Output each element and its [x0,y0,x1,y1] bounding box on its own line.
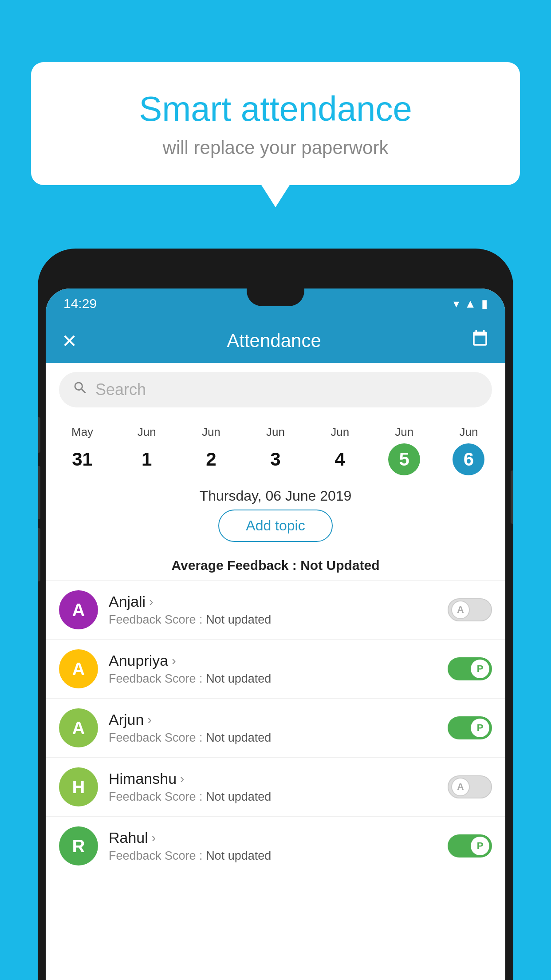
chevron-right-icon: › [172,654,176,668]
power-button [511,470,513,524]
toggle-switch[interactable]: P [448,716,492,739]
wifi-icon: ▾ [453,297,459,311]
cal-month-label: Jun [114,425,179,439]
cal-date-number: 1 [131,443,163,475]
student-info: Rahul ›Feedback Score : Not updated [109,829,448,863]
speech-bubble-subtitle: will replace your paperwork [62,137,489,158]
cal-date-number: 31 [67,443,98,475]
calendar-day-1[interactable]: Jun1 [114,425,179,475]
speech-bubble: Smart attendance will replace your paper… [31,62,520,185]
cal-month-label: Jun [179,425,243,439]
attendance-toggle[interactable]: P [448,657,492,680]
feedback-score: Feedback Score : Not updated [109,672,448,686]
feedback-score: Feedback Score : Not updated [109,849,448,863]
student-item-anupriya[interactable]: AAnupriya ›Feedback Score : Not updatedP [46,639,505,698]
silent-button [38,528,40,581]
toggle-switch[interactable]: A [448,598,492,621]
search-icon [72,380,88,400]
search-placeholder: Search [95,380,146,399]
app-bar: ✕ Attendance [46,319,505,363]
app-bar-title: Attendance [77,330,471,352]
attendance-toggle[interactable]: P [448,834,492,858]
speech-bubble-title: Smart attendance [62,89,489,129]
feedback-score: Feedback Score : Not updated [109,731,448,745]
student-name: Anjali › [109,593,448,610]
toggle-switch[interactable]: P [448,834,492,858]
toggle-switch[interactable]: P [448,657,492,680]
student-avatar: A [59,708,98,747]
student-name: Rahul › [109,829,448,846]
search-container: Search [46,363,505,416]
student-name: Arjun › [109,711,448,728]
student-info: Himanshu ›Feedback Score : Not updated [109,770,448,804]
cal-date-number: 5 [388,443,420,475]
calendar-day-31[interactable]: May31 [50,425,114,475]
cal-date-number: 3 [260,443,291,475]
feedback-score: Feedback Score : Not updated [109,613,448,627]
cal-month-label: Jun [308,425,372,439]
phone-notch [247,288,304,306]
toggle-switch[interactable]: A [448,775,492,798]
cal-date-number: 2 [195,443,227,475]
chevron-right-icon: › [152,831,156,845]
student-info: Anjali ›Feedback Score : Not updated [109,593,448,627]
attendance-toggle[interactable]: A [448,598,492,621]
selected-date-label: Thursday, 06 June 2019 [46,480,505,510]
cal-date-number: 4 [324,443,356,475]
cal-month-label: Jun [243,425,307,439]
calendar-day-2[interactable]: Jun2 [179,425,243,475]
calendar-day-6[interactable]: Jun6 [437,425,501,475]
cal-month-label: Jun [437,425,501,439]
student-list: AAnjali ›Feedback Score : Not updatedAAA… [46,580,505,875]
cal-month-label: Jun [372,425,437,439]
calendar-strip: May31Jun1Jun2Jun3Jun4Jun5Jun6 [46,416,505,480]
student-item-himanshu[interactable]: HHimanshu ›Feedback Score : Not updatedA [46,757,505,816]
toggle-knob: A [451,778,470,796]
toggle-knob: P [471,719,489,737]
average-feedback: Average Feedback : Not Updated [46,558,505,580]
student-name: Anupriya › [109,652,448,669]
volume-down-button [38,466,40,519]
feedback-score: Feedback Score : Not updated [109,790,448,804]
toggle-knob: P [471,660,489,678]
attendance-toggle[interactable]: A [448,775,492,798]
avg-feedback-label: Average Feedback : [171,558,296,573]
chevron-right-icon: › [180,772,184,786]
toggle-knob: P [471,837,489,855]
student-item-rahul[interactable]: RRahul ›Feedback Score : Not updatedP [46,816,505,875]
student-avatar: A [59,590,98,629]
student-info: Anupriya ›Feedback Score : Not updated [109,652,448,686]
chevron-right-icon: › [149,595,153,609]
toggle-knob: A [451,601,470,619]
speech-bubble-container: Smart attendance will replace your paper… [31,62,520,185]
calendar-icon[interactable] [471,329,489,352]
add-topic-button[interactable]: Add topic [218,510,332,542]
phone-frame: 14:29 ▾ ▲ ▮ ✕ Attendance [38,249,513,980]
chevron-right-icon: › [147,713,151,727]
student-item-anjali[interactable]: AAnjali ›Feedback Score : Not updatedA [46,580,505,639]
cal-month-label: May [50,425,114,439]
student-info: Arjun ›Feedback Score : Not updated [109,711,448,745]
student-item-arjun[interactable]: AArjun ›Feedback Score : Not updatedP [46,698,505,757]
student-avatar: H [59,767,98,806]
status-icons: ▾ ▲ ▮ [453,297,488,311]
battery-icon: ▮ [481,297,488,311]
calendar-day-3[interactable]: Jun3 [243,425,307,475]
close-icon[interactable]: ✕ [62,330,77,352]
student-avatar: R [59,826,98,865]
volume-up-button [38,417,40,453]
student-name: Himanshu › [109,770,448,787]
signal-icon: ▲ [464,297,476,311]
phone-screen: 14:29 ▾ ▲ ▮ ✕ Attendance [46,288,505,980]
student-avatar: A [59,649,98,688]
calendar-day-5[interactable]: Jun5 [372,425,437,475]
calendar-day-4[interactable]: Jun4 [308,425,372,475]
status-time: 14:29 [63,296,97,311]
avg-feedback-value: Not Updated [300,558,379,573]
attendance-toggle[interactable]: P [448,716,492,739]
cal-date-number: 6 [453,443,484,475]
search-bar[interactable]: Search [59,372,492,407]
